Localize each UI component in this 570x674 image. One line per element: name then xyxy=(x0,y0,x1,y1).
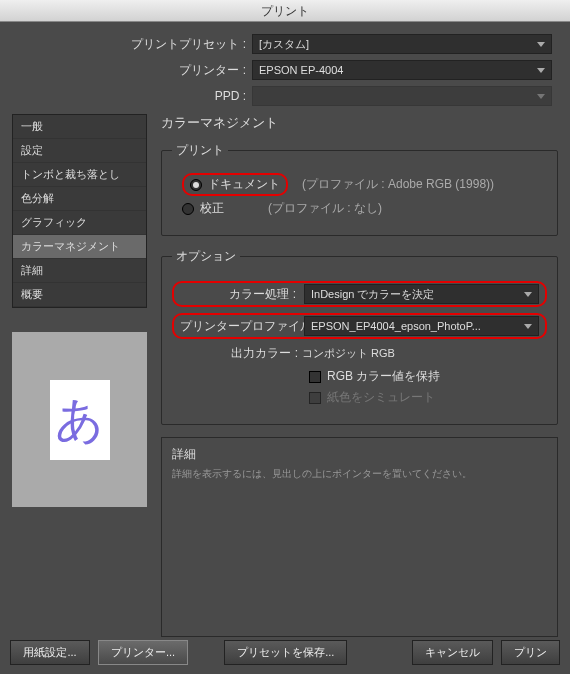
sidebar-item-summary[interactable]: 概要 xyxy=(13,283,146,307)
output-color-label: 出力カラー : xyxy=(172,345,302,362)
highlight-printer-profile: プリンタープロファイル : EPSON_EP4004_epson_PhotoP.… xyxy=(172,313,547,339)
chevron-down-icon xyxy=(524,324,532,329)
sidebar-item-marks[interactable]: トンボと裁ち落とし xyxy=(13,163,146,187)
sidebar-item-setup[interactable]: 設定 xyxy=(13,139,146,163)
preview-page: あ xyxy=(50,380,110,460)
preserve-rgb-label[interactable]: RGB カラー値を保持 xyxy=(327,368,440,385)
page-preview: あ xyxy=(12,332,147,507)
preset-value: [カスタム] xyxy=(259,37,309,52)
highlight-document: ドキュメント xyxy=(182,173,288,196)
window-title: プリント xyxy=(261,4,309,18)
chevron-down-icon xyxy=(537,94,545,99)
output-color-value: コンポジット RGB xyxy=(302,346,395,361)
ppd-select xyxy=(252,86,552,106)
chevron-down-icon xyxy=(537,42,545,47)
preset-label: プリントプリセット : xyxy=(12,36,252,53)
radio-document[interactable] xyxy=(190,179,202,191)
color-handling-select[interactable]: InDesign でカラーを決定 xyxy=(304,284,539,304)
radio-document-label[interactable]: ドキュメント xyxy=(208,176,280,193)
simulate-paper-label: 紙色をシミュレート xyxy=(327,389,435,406)
color-handling-value: InDesign でカラーを決定 xyxy=(311,287,434,302)
printer-label: プリンター : xyxy=(12,62,252,79)
printer-profile-label: プリンタープロファイル : xyxy=(180,318,300,335)
sidebar-item-advanced[interactable]: 詳細 xyxy=(13,259,146,283)
options-group: オプション カラー処理 : InDesign でカラーを決定 プリンタープロファ… xyxy=(161,248,558,425)
page-setup-button[interactable]: 用紙設定... xyxy=(10,640,90,665)
save-preset-button[interactable]: プリセットを保存... xyxy=(224,640,347,665)
printer-select[interactable]: EPSON EP-4004 xyxy=(252,60,552,80)
detail-text: 詳細を表示するには、見出しの上にポインターを置いてください。 xyxy=(172,467,547,481)
options-group-legend: オプション xyxy=(172,248,240,265)
document-profile: (プロファイル : Adobe RGB (1998)) xyxy=(302,176,494,193)
sidebar-item-color-management[interactable]: カラーマネジメント xyxy=(13,235,146,259)
checkbox-simulate-paper xyxy=(309,392,321,404)
chevron-down-icon xyxy=(524,292,532,297)
print-button[interactable]: プリン xyxy=(501,640,560,665)
chevron-down-icon xyxy=(537,68,545,73)
cancel-button[interactable]: キャンセル xyxy=(412,640,493,665)
sidebar-list: 一般 設定 トンボと裁ち落とし 色分解 グラフィック カラーマネジメント 詳細 … xyxy=(12,114,147,308)
detail-title: 詳細 xyxy=(172,446,547,463)
print-group-legend: プリント xyxy=(172,142,228,159)
radio-proof[interactable] xyxy=(182,203,194,215)
window-titlebar: プリント xyxy=(0,0,570,22)
proof-profile: (プロファイル : なし) xyxy=(268,200,382,217)
sidebar-item-output[interactable]: 色分解 xyxy=(13,187,146,211)
printer-value: EPSON EP-4004 xyxy=(259,64,343,76)
preset-select[interactable]: [カスタム] xyxy=(252,34,552,54)
detail-box: 詳細 詳細を表示するには、見出しの上にポインターを置いてください。 xyxy=(161,437,558,637)
print-group: プリント ドキュメント (プロファイル : Adobe RGB (1998)) … xyxy=(161,142,558,236)
printer-button[interactable]: プリンター... xyxy=(98,640,188,665)
button-bar: 用紙設定... プリンター... プリセットを保存... キャンセル プリン xyxy=(0,630,570,674)
panel-title: カラーマネジメント xyxy=(161,114,558,132)
checkbox-preserve-rgb[interactable] xyxy=(309,371,321,383)
color-handling-label: カラー処理 : xyxy=(180,286,300,303)
printer-profile-value: EPSON_EP4004_epson_PhotoP... xyxy=(311,320,481,332)
radio-proof-label[interactable]: 校正 xyxy=(200,200,224,217)
sidebar-item-graphics[interactable]: グラフィック xyxy=(13,211,146,235)
ppd-label: PPD : xyxy=(12,89,252,103)
highlight-color-handling: カラー処理 : InDesign でカラーを決定 xyxy=(172,281,547,307)
sidebar-item-general[interactable]: 一般 xyxy=(13,115,146,139)
preview-glyph: あ xyxy=(55,388,104,452)
printer-profile-select[interactable]: EPSON_EP4004_epson_PhotoP... xyxy=(304,316,539,336)
